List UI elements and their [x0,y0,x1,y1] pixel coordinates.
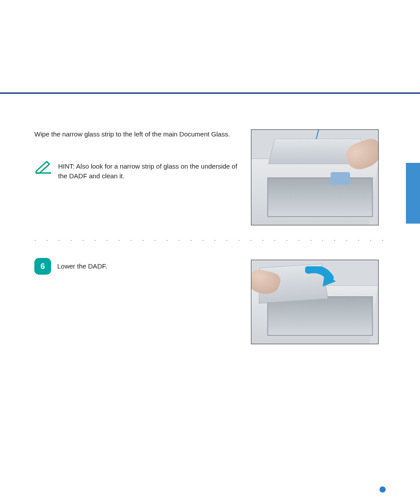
hint-text: HINT: Also look for a narrow strip of gl… [58,160,246,181]
curved-arrow-icon [305,266,337,293]
step-number-badge: 6 [34,258,51,275]
document-glass [267,177,373,217]
cleaning-cloth [331,172,350,184]
document-glass [267,296,373,336]
svg-point-1 [49,172,51,174]
chapter-side-tab [406,163,420,224]
step-5-text: Wipe the narrow glass strip to the left … [34,129,246,140]
step-6-photo [251,260,379,344]
dotted-separator: . . . . . . . . . . . . . . . . . . . . … [34,235,386,242]
pencil-hint-icon [34,160,52,174]
page-indicator-dot [379,486,386,493]
step-6-text: Lower the DADF. [57,258,246,272]
header-rule [0,92,420,94]
step-5-photo [251,129,379,225]
step-5-block: Wipe the narrow glass strip to the left … [34,129,246,181]
hint-row: HINT: Also look for a narrow strip of gl… [34,160,246,181]
step-6-block: 6 Lower the DADF. [34,258,246,275]
